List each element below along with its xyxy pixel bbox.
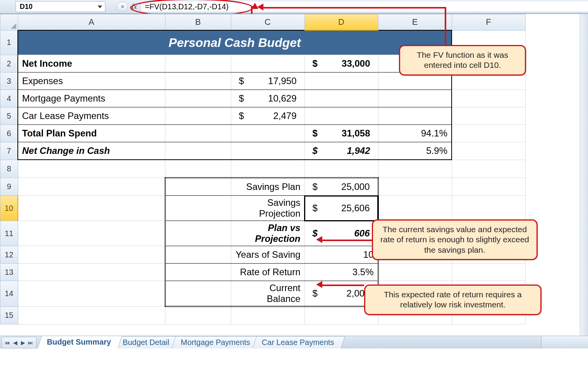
cell-C11[interactable]: Plan vs Projection [231, 221, 304, 246]
cell-B6[interactable] [165, 125, 231, 142]
vertical-scrollbar[interactable] [580, 14, 588, 336]
cell-F13[interactable] [452, 264, 525, 281]
cell-C5[interactable]: $2,479 [231, 107, 304, 125]
cell-C15[interactable] [231, 307, 304, 324]
cell-B4[interactable] [165, 90, 231, 107]
cell-D6[interactable]: $31,058 [304, 125, 378, 142]
formula-input[interactable]: =FV(D13,D12,-D7,-D14) [141, 2, 588, 12]
cell-F6[interactable] [452, 125, 525, 142]
cell-C8[interactable] [231, 160, 304, 178]
cell-B2[interactable] [165, 55, 231, 72]
row-header-8[interactable]: 8 [0, 160, 18, 178]
cell-B15[interactable] [165, 307, 231, 324]
tab-budget-detail[interactable]: Budget Detail [113, 336, 180, 348]
cell-A4[interactable]: Mortgage Payments [18, 90, 165, 107]
cell-A9[interactable] [18, 178, 165, 196]
col-header-F[interactable]: F [452, 14, 525, 31]
cell-E8[interactable] [378, 160, 452, 178]
col-header-E[interactable]: E [378, 14, 452, 31]
cell-D9[interactable]: $25,000 [304, 178, 378, 196]
col-header-C[interactable]: C [231, 14, 304, 31]
tab-nav-next-icon[interactable]: ▶ [19, 340, 27, 346]
fx-icon[interactable]: fx [132, 3, 137, 11]
row-header-10[interactable]: 10 [0, 196, 18, 221]
cell-F7[interactable] [452, 142, 525, 160]
row-header-1[interactable]: 1 [0, 30, 18, 55]
cell-A5[interactable]: Car Lease Payments [18, 107, 165, 125]
cell-E13[interactable] [378, 264, 452, 281]
cell-C10[interactable]: Savings Projection [231, 196, 304, 221]
cell-E4[interactable] [378, 90, 452, 107]
cell-A14[interactable] [18, 281, 165, 307]
tab-mortgage-payments[interactable]: Mortgage Payments [171, 336, 261, 348]
cell-C12[interactable]: Years of Saving [231, 246, 304, 264]
cell-A2[interactable]: Net Income [18, 55, 165, 72]
cell-C2[interactable] [231, 55, 304, 72]
cell-A12[interactable] [18, 246, 165, 264]
cancel-formula-icon[interactable]: ✕ [117, 2, 128, 11]
cell-B8[interactable] [165, 160, 231, 178]
cell-D10[interactable]: $25,606 [304, 196, 378, 221]
cell-B10[interactable] [165, 196, 231, 221]
tab-nav-first-icon[interactable]: ⏮ [3, 340, 11, 346]
cell-C4[interactable]: $10,629 [231, 90, 304, 107]
row-header-7[interactable]: 7 [0, 142, 18, 160]
cell-A3[interactable]: Expenses [18, 72, 165, 90]
cell-C14[interactable]: Current Balance [231, 281, 304, 307]
tab-nav-prev-icon[interactable]: ◀ [11, 340, 19, 346]
row-header-5[interactable]: 5 [0, 107, 18, 125]
cell-F5[interactable] [452, 107, 525, 125]
name-box-dropdown-icon[interactable] [96, 3, 103, 10]
cell-D7[interactable]: $1,942 [304, 142, 378, 160]
tab-nav-last-icon[interactable]: ⏭ [27, 340, 34, 346]
col-header-A[interactable]: A [18, 14, 165, 31]
cell-E9[interactable] [378, 178, 452, 196]
cell-B13[interactable] [165, 264, 231, 281]
select-all-corner[interactable] [0, 14, 18, 31]
row-header-15[interactable]: 15 [0, 307, 18, 324]
cell-A8[interactable] [18, 160, 165, 178]
tab-budget-summary[interactable]: Budget Summary [38, 336, 122, 348]
cell-A6[interactable]: Total Plan Spend [18, 125, 165, 142]
title-cell[interactable]: Personal Cash Budget [18, 30, 452, 55]
row-header-13[interactable]: 13 [0, 264, 18, 281]
cell-C7[interactable] [231, 142, 304, 160]
row-header-12[interactable]: 12 [0, 246, 18, 264]
row-header-4[interactable]: 4 [0, 90, 18, 107]
cell-B12[interactable] [165, 246, 231, 264]
horizontal-scrollbar[interactable] [541, 336, 588, 348]
cell-B7[interactable] [165, 142, 231, 160]
cell-C3[interactable]: $17,950 [231, 72, 304, 90]
name-box[interactable]: D10 [15, 1, 105, 12]
cell-D4[interactable] [304, 90, 378, 107]
cell-A7[interactable]: Net Change in Cash [18, 142, 165, 160]
tab-car-lease-payments[interactable]: Car Lease Payments [252, 336, 345, 348]
cell-D2[interactable]: $33,000 [304, 55, 378, 72]
cell-B3[interactable] [165, 72, 231, 90]
cell-D5[interactable] [304, 107, 378, 125]
row-header-11[interactable]: 11 [0, 221, 18, 246]
row-header-2[interactable]: 2 [0, 55, 18, 72]
cell-A15[interactable] [18, 307, 165, 324]
cell-B11[interactable] [165, 221, 231, 246]
row-header-9[interactable]: 9 [0, 178, 18, 196]
cell-C9[interactable]: Savings Plan [231, 178, 304, 196]
cell-E10[interactable] [378, 196, 452, 221]
row-header-14[interactable]: 14 [0, 281, 18, 307]
cell-B14[interactable] [165, 281, 231, 307]
cell-F4[interactable] [452, 90, 525, 107]
cell-C6[interactable] [231, 125, 304, 142]
cell-D11[interactable]: $606 [304, 221, 378, 246]
col-header-D[interactable]: D [304, 14, 378, 31]
col-header-B[interactable]: B [165, 14, 231, 31]
cell-D8[interactable] [304, 160, 378, 178]
row-header-6[interactable]: 6 [0, 125, 18, 142]
cell-F10[interactable] [452, 196, 525, 221]
cell-B5[interactable] [165, 107, 231, 125]
cell-D12[interactable]: 10 [304, 246, 378, 264]
cell-A13[interactable] [18, 264, 165, 281]
cell-E7[interactable]: 5.9% [378, 142, 452, 160]
cell-D13[interactable]: 3.5% [304, 264, 378, 281]
cell-E6[interactable]: 94.1% [378, 125, 452, 142]
cell-A11[interactable] [18, 221, 165, 246]
